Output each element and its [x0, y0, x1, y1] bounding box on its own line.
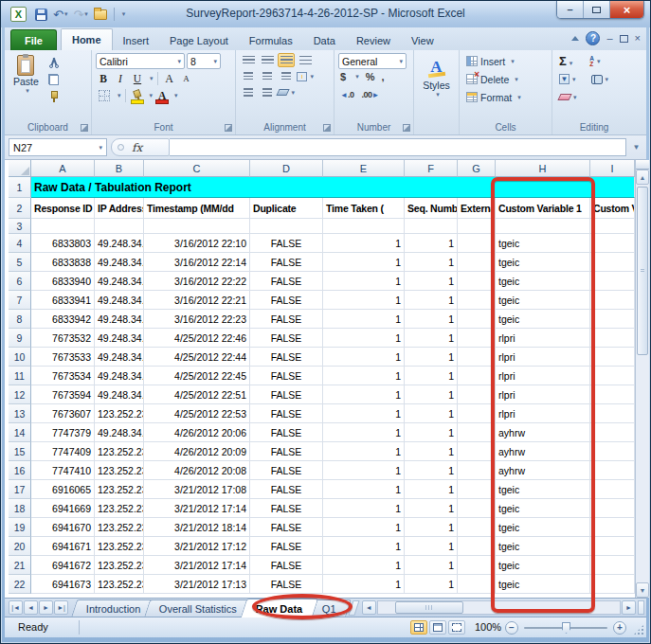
shrink-font-button[interactable]: A	[179, 71, 194, 86]
cell-A1-merged-title[interactable]: Raw Data / Tabulation Report	[31, 177, 635, 198]
cell-H19[interactable]: tgeic	[496, 518, 590, 537]
cell-D17[interactable]: FALSE	[250, 480, 323, 499]
cell-G15[interactable]	[458, 442, 496, 461]
cell-A3[interactable]	[31, 219, 95, 234]
cell-D20[interactable]: FALSE	[250, 537, 323, 556]
cell-E15[interactable]: 1	[323, 442, 405, 461]
cell-C2[interactable]: Timestamp (MM/dd	[144, 198, 250, 219]
cell-A18[interactable]: 6941669	[31, 499, 95, 518]
underline-button[interactable]: U	[130, 71, 145, 86]
cell-E10[interactable]: 1	[323, 348, 405, 367]
row-header-10[interactable]: 10	[9, 348, 31, 367]
cell-F15[interactable]: 1	[405, 442, 458, 461]
cell-H12[interactable]: rlpri	[496, 385, 590, 404]
cell-A11[interactable]: 7673534	[31, 367, 95, 385]
copy-button[interactable]	[45, 72, 63, 87]
close-button[interactable]: ×	[610, 1, 643, 18]
cell-I13[interactable]	[590, 404, 635, 423]
cell-B5[interactable]: 49.248.34.202	[95, 253, 144, 272]
sheet-tab-raw-data[interactable]: Raw Data	[241, 599, 318, 617]
cell-E4[interactable]: 1	[323, 234, 405, 253]
cell-D9[interactable]: FALSE	[250, 329, 323, 348]
cell-F10[interactable]: 1	[405, 348, 458, 367]
cell-H6[interactable]: tgeic	[496, 272, 590, 291]
scroll-right-button[interactable]: ►	[622, 600, 636, 615]
cell-D10[interactable]: FALSE	[250, 348, 323, 367]
maximize-button[interactable]	[584, 1, 610, 18]
cell-E11[interactable]: 1	[323, 367, 405, 385]
save-button[interactable]	[34, 6, 48, 23]
cell-G13[interactable]	[458, 404, 496, 423]
row-header-8[interactable]: 8	[9, 310, 31, 329]
cell-I19[interactable]	[590, 518, 635, 537]
cell-B18[interactable]: 123.252.239.3	[95, 499, 144, 518]
cell-G3[interactable]	[458, 219, 496, 234]
cell-H13[interactable]: rlpri	[496, 404, 590, 423]
cell-B3[interactable]	[95, 219, 144, 234]
cut-button[interactable]	[45, 55, 63, 70]
cell-D15[interactable]: FALSE	[250, 442, 323, 461]
column-header-C[interactable]: C	[144, 160, 250, 177]
cell-G6[interactable]	[458, 272, 496, 291]
cell-C21[interactable]: 3/21/2012 17:14	[144, 556, 250, 575]
cell-H7[interactable]: tgeic	[496, 291, 590, 310]
increase-decimal-button[interactable]: ◄.0	[340, 84, 353, 101]
cell-G17[interactable]	[458, 480, 496, 499]
cell-E16[interactable]: 1	[323, 461, 405, 480]
cell-D12[interactable]: FALSE	[250, 385, 323, 404]
horizontal-scroll-track[interactable]	[377, 600, 621, 615]
workbook-close-icon[interactable]: ×	[635, 33, 641, 44]
cell-G8[interactable]	[458, 310, 496, 329]
cell-E18[interactable]: 1	[323, 499, 405, 518]
cell-G14[interactable]	[458, 423, 496, 442]
cell-B22[interactable]: 123.252.239.3	[95, 575, 144, 594]
cell-B11[interactable]: 49.248.34.202	[95, 367, 144, 385]
cell-I6[interactable]	[590, 272, 635, 291]
cell-H5[interactable]: tgeic	[496, 253, 590, 272]
cell-F13[interactable]: 1	[405, 404, 458, 423]
vertical-scroll-thumb[interactable]	[637, 187, 648, 355]
horizontal-scrollbar[interactable]: ◄ ►	[362, 600, 644, 616]
cell-I20[interactable]	[590, 537, 635, 556]
cell-A16[interactable]: 7747410	[31, 461, 95, 480]
workbook-minimize-icon[interactable]: –	[606, 33, 612, 44]
cell-A8[interactable]: 6833942	[31, 310, 95, 329]
ribbon-tab-review[interactable]: Review	[346, 30, 401, 50]
cell-B14[interactable]: 49.248.34.202	[95, 423, 144, 442]
row-header-16[interactable]: 16	[9, 461, 31, 480]
cell-F18[interactable]: 1	[405, 499, 458, 518]
cell-I11[interactable]	[590, 367, 635, 385]
row-header-12[interactable]: 12	[9, 385, 31, 404]
cell-B20[interactable]: 123.252.239.3	[95, 537, 144, 556]
column-header-G[interactable]: G	[458, 160, 496, 177]
normal-view-button[interactable]	[410, 620, 427, 635]
cell-D4[interactable]: FALSE	[250, 234, 323, 253]
column-header-F[interactable]: F	[405, 160, 458, 177]
cell-C9[interactable]: 4/25/2012 22:46	[144, 329, 250, 348]
cell-B2[interactable]: IP Address	[95, 198, 144, 219]
cell-D19[interactable]: FALSE	[250, 518, 323, 537]
row-header-2[interactable]: 2	[9, 198, 31, 219]
cell-A19[interactable]: 6941670	[31, 518, 95, 537]
cell-H15[interactable]: ayhrw	[496, 442, 590, 461]
cell-A9[interactable]: 7673532	[31, 329, 95, 348]
page-layout-view-button[interactable]	[429, 620, 446, 635]
cell-E3[interactable]	[323, 219, 405, 234]
cell-B16[interactable]: 123.252.239.3	[95, 461, 144, 480]
align-right-button[interactable]	[278, 69, 295, 83]
clear-button[interactable]: ▾	[559, 94, 577, 101]
cell-B4[interactable]: 49.248.34.202	[95, 234, 144, 253]
cell-A10[interactable]: 7673533	[31, 348, 95, 367]
font-dialog-launcher[interactable]	[225, 124, 232, 132]
cell-G12[interactable]	[458, 385, 496, 404]
minimize-ribbon-icon[interactable]	[571, 36, 579, 41]
ribbon-tab-page-layout[interactable]: Page Layout	[159, 30, 239, 50]
sort-filter-button[interactable]: AZ▾	[589, 56, 600, 67]
cell-G20[interactable]	[458, 537, 496, 556]
delete-cells-button[interactable]: Delete ▾	[466, 71, 548, 87]
cell-G7[interactable]	[458, 291, 496, 310]
row-header-15[interactable]: 15	[9, 442, 31, 461]
format-painter-button[interactable]	[45, 89, 63, 104]
row-header-5[interactable]: 5	[9, 253, 31, 272]
cell-E17[interactable]: 1	[323, 480, 405, 499]
